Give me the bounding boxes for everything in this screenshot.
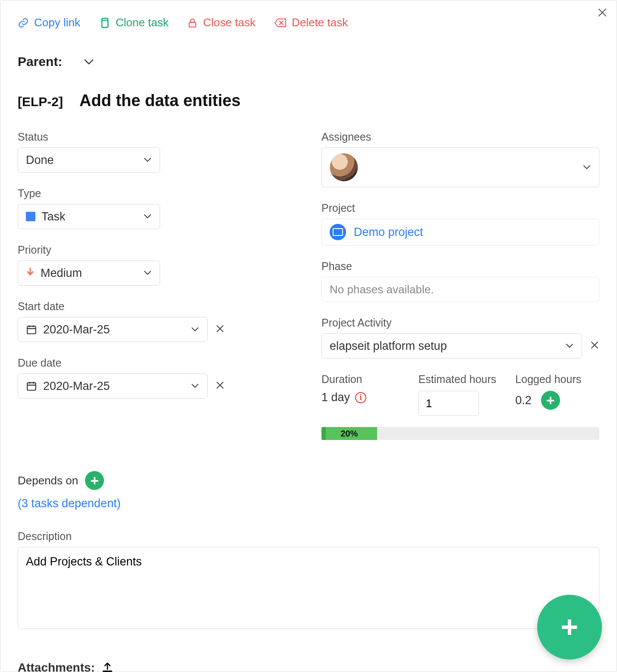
logged-hours-label: Logged hours [515,373,599,386]
estimated-hours-label: Estimated hours [419,373,503,386]
right-column: Assignees Project Demo project Phase No … [321,131,599,440]
progress-bar: 20% [321,427,599,440]
chevron-down-icon [191,324,199,335]
progress-fill: 20% [321,427,377,440]
due-date-select[interactable]: 2020-Mar-25 [18,374,208,399]
depends-on-label: Depends on [18,474,78,487]
chevron-down-icon [582,162,591,173]
status-label: Status [18,131,296,143]
description-textarea[interactable] [18,547,599,629]
left-column: Status Done Type Task Priority [18,131,296,440]
lock-icon [187,17,198,28]
description-field: Description [18,530,599,631]
task-title-row: [ELP-2] Add the data entities [18,91,599,110]
svg-rect-0 [102,20,108,27]
project-box: Demo project [321,219,599,245]
dependent-tasks-link[interactable]: (3 tasks dependent) [18,497,599,510]
project-activity-label: Project Activity [321,317,599,329]
add-dependency-button[interactable]: + [85,471,104,490]
logged-hours-field: Logged hours 0.2 + [515,373,599,416]
assignees-field: Assignees [321,131,599,187]
phase-label: Phase [321,260,599,273]
task-modal: Copy link Clone task Close task Delete t… [0,0,617,672]
priority-label: Priority [18,244,296,256]
chevron-down-icon [143,267,152,279]
add-logged-hours-button[interactable]: + [541,391,560,410]
status-value: Done [26,154,54,167]
phase-placeholder: No phases available. [330,283,434,296]
attachments-label: Attachments: [18,661,95,672]
duration-label: Duration [321,373,406,386]
priority-arrow-icon [26,267,35,279]
delete-icon [274,17,286,28]
calendar-icon [26,380,37,392]
status-select[interactable]: Done [18,148,160,173]
close-task-label: Close task [203,16,255,29]
due-date-value: 2020-Mar-25 [43,380,110,393]
start-date-field: Start date 2020-Mar-25 [18,300,296,342]
assignee-avatar [330,153,358,182]
svg-rect-3 [27,383,36,390]
project-link[interactable]: Demo project [354,226,423,239]
assignees-label: Assignees [321,131,599,143]
fields-grid: Status Done Type Task Priority [18,131,599,440]
info-icon[interactable]: i [355,392,366,403]
progress-percent-label: 20% [340,429,358,439]
project-field: Project Demo project [321,202,599,245]
clone-icon [98,17,110,29]
metrics-row: Duration 1 day i Estimated hours Logged … [321,373,599,416]
parent-row: Parent: [18,54,599,69]
delete-task-label: Delete task [292,16,348,29]
project-label: Project [321,202,599,214]
clear-project-activity-icon[interactable] [590,339,599,353]
duration-value: 1 day [321,391,350,404]
link-icon [18,17,29,28]
attachments-row: Attachments: [18,661,599,672]
chevron-down-icon [143,154,152,166]
calendar-icon [26,324,37,335]
copy-link-action[interactable]: Copy link [18,16,80,29]
clone-task-label: Clone task [116,16,169,29]
start-date-value: 2020-Mar-25 [43,323,110,336]
parent-dropdown-icon[interactable] [84,55,94,69]
parent-label: Parent: [18,54,62,69]
estimated-hours-input[interactable] [419,391,479,416]
task-id: [ELP-2] [18,94,63,109]
copy-link-label: Copy link [34,16,80,29]
depends-on-row: Depends on + [18,471,599,490]
svg-rect-1 [189,22,195,27]
start-date-select[interactable]: 2020-Mar-25 [18,317,208,342]
clone-task-action[interactable]: Clone task [98,16,169,29]
clear-start-date-icon[interactable] [215,323,225,336]
priority-value: Medium [41,267,82,280]
delete-task-action[interactable]: Delete task [274,16,348,29]
priority-select[interactable]: Medium [18,261,160,286]
type-select[interactable]: Task [18,204,160,229]
due-date-field: Due date 2020-Mar-25 [18,357,296,399]
type-field: Type Task [18,187,296,229]
close-modal-icon[interactable] [598,7,607,19]
task-actions-bar: Copy link Clone task Close task Delete t… [18,16,599,29]
type-value: Task [41,210,66,223]
task-type-icon [26,212,35,221]
chevron-down-icon [191,380,199,392]
start-date-label: Start date [18,300,296,313]
due-date-label: Due date [18,357,296,369]
status-field: Status Done [18,131,296,173]
priority-field: Priority Medium [18,244,296,286]
add-fab-button[interactable]: + [537,595,602,659]
assignees-select[interactable] [321,148,599,187]
clear-due-date-icon[interactable] [215,379,225,393]
project-activity-value: elapseit platform setup [330,339,447,353]
chevron-down-icon [143,211,152,222]
phase-select[interactable]: No phases available. [321,277,599,302]
project-activity-select[interactable]: elapseit platform setup [321,333,582,358]
upload-icon[interactable] [101,662,114,672]
logged-hours-value: 0.2 [515,394,532,407]
project-icon [330,224,346,240]
duration-field: Duration 1 day i [321,373,406,416]
close-task-action[interactable]: Close task [187,16,255,29]
type-label: Type [18,187,296,200]
svg-rect-2 [27,326,36,333]
description-label: Description [18,530,599,543]
